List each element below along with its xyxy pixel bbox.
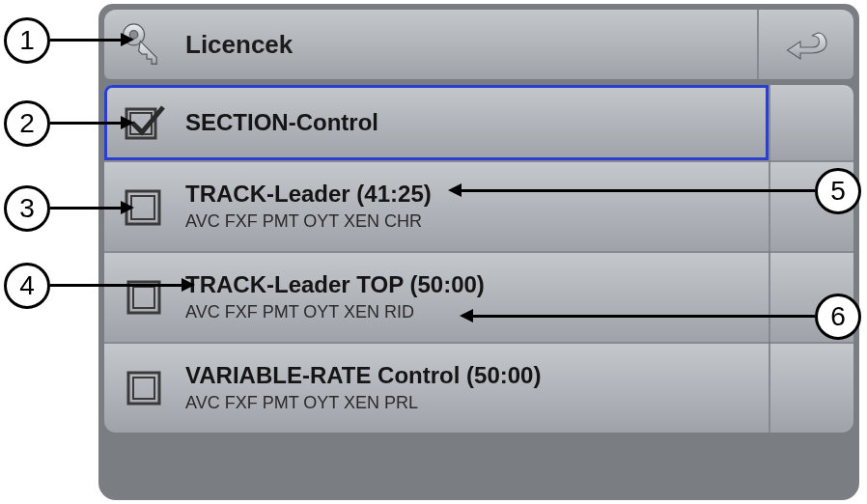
arrow-icon [448, 183, 461, 197]
back-button[interactable] [757, 10, 853, 79]
page-title: Licencek [185, 30, 293, 60]
callout-1: 1 [4, 17, 50, 64]
arrow-icon [460, 309, 473, 322]
svg-rect-9 [133, 378, 154, 399]
callout-leader [461, 189, 815, 192]
checkbox-unchecked-icon [123, 276, 165, 319]
license-title: TRACK-Leader TOP (50:00) [185, 272, 765, 297]
arrow-icon [121, 201, 134, 214]
callout-leader [50, 284, 182, 287]
license-title: VARIABLE-RATE Control (50:00) [185, 363, 765, 388]
arrow-icon [182, 278, 195, 292]
license-code: AVC FXF PMT OYT XEN CHR [185, 211, 765, 232]
license-code: AVC FXF PMT OYT XEN RID [185, 302, 765, 322]
svg-rect-7 [133, 287, 154, 308]
arrow-icon [121, 33, 134, 46]
license-title: SECTION-Control [185, 110, 765, 135]
license-list: SECTION-Control TRACK-Leader (41:2 [104, 85, 853, 433]
key-icon [104, 10, 180, 79]
callout-4: 4 [4, 263, 50, 309]
callout-leader [50, 122, 121, 125]
license-row-section-control[interactable]: SECTION-Control [104, 85, 769, 160]
license-title: TRACK-Leader (41:25) [185, 182, 765, 207]
callout-3: 3 [4, 185, 50, 232]
callout-6: 6 [815, 294, 861, 340]
checkbox-unchecked-icon [123, 367, 165, 409]
svg-rect-5 [131, 196, 154, 219]
license-code: AVC FXF PMT OYT XEN PRL [185, 393, 765, 413]
callout-5: 5 [815, 168, 861, 214]
side-cell [769, 344, 853, 433]
callout-leader [473, 315, 815, 318]
arrow-icon [121, 116, 134, 129]
side-cell [769, 85, 853, 160]
license-row-track-leader[interactable]: TRACK-Leader (41:25) AVC FXF PMT OYT XEN… [104, 162, 769, 251]
callout-leader [50, 207, 121, 210]
back-icon [783, 21, 829, 68]
licenses-panel: Licencek [98, 4, 859, 500]
callout-leader [50, 39, 121, 42]
header-bar: Licencek [104, 10, 853, 79]
license-row-track-leader-top[interactable]: TRACK-Leader TOP (50:00) AVC FXF PMT OYT… [104, 253, 769, 342]
callout-2: 2 [4, 100, 50, 147]
license-row-variable-rate[interactable]: VARIABLE-RATE Control (50:00) AVC FXF PM… [104, 344, 769, 433]
